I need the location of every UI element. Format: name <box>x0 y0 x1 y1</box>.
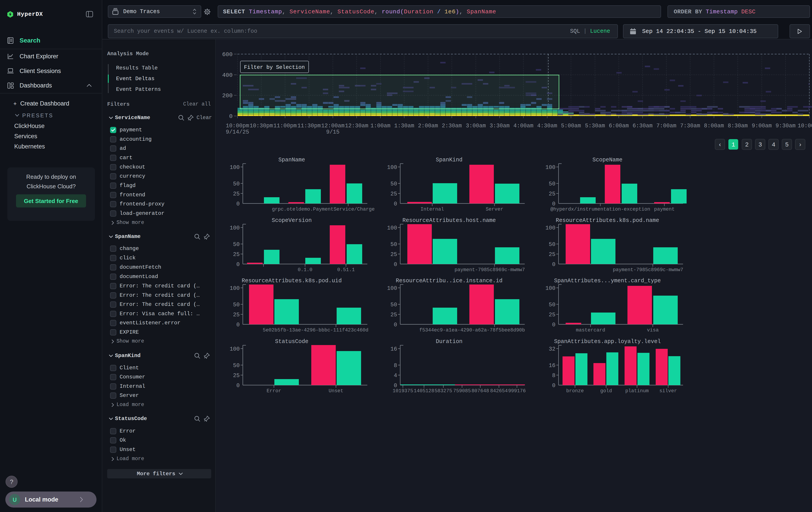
svg-text:12:30am: 12:30am <box>345 123 368 129</box>
svg-text:silver: silver <box>659 388 677 394</box>
svg-text:Duration: Duration <box>436 339 462 345</box>
svg-text:5: 5 <box>785 141 789 148</box>
svg-text:50: 50 <box>390 241 397 248</box>
svg-text:ScopeName: ScopeName <box>592 157 622 163</box>
svg-text:25: 25 <box>233 251 240 258</box>
svg-text:11:30pm: 11:30pm <box>297 123 321 129</box>
svg-text:2: 2 <box>745 141 749 148</box>
svg-text:StatusCode: StatusCode <box>275 339 309 345</box>
svg-text:1405128: 1405128 <box>414 388 434 394</box>
svg-text:4:00am: 4:00am <box>513 123 533 129</box>
svg-text:25: 25 <box>549 251 555 258</box>
svg-text:100: 100 <box>230 285 240 292</box>
svg-text:50: 50 <box>549 241 555 248</box>
svg-text:25: 25 <box>390 191 397 197</box>
svg-text:5e02b5fb-13ae-4296-bbbc-111f42: 5e02b5fb-13ae-4296-bbbc-111f423c460d <box>263 327 369 333</box>
svg-text:Internal: Internal <box>420 207 444 212</box>
svg-text:SpanName: SpanName <box>279 157 305 163</box>
svg-text:16: 16 <box>549 362 555 369</box>
svg-text:25: 25 <box>233 372 240 379</box>
svg-text:0: 0 <box>394 261 397 268</box>
svg-text:0: 0 <box>552 201 555 207</box>
svg-text:ResourceAttribu..ice.instance.: ResourceAttribu..ice.instance.id <box>396 277 502 284</box>
svg-text:3:00am: 3:00am <box>466 123 486 129</box>
svg-text:3:30am: 3:30am <box>490 123 510 129</box>
svg-text:759085: 759085 <box>453 388 471 394</box>
svg-text:0: 0 <box>552 382 555 389</box>
svg-text:10:00am: 10:00am <box>798 123 812 129</box>
svg-text:Server: Server <box>486 207 503 212</box>
svg-text:5:00am: 5:00am <box>561 123 581 129</box>
svg-text:‹: ‹ <box>718 141 722 148</box>
svg-text:Error: Error <box>267 388 281 394</box>
svg-text:50: 50 <box>233 241 240 248</box>
svg-text:100: 100 <box>230 225 240 231</box>
svg-text:payment-7985c8969c-mwmw7: payment-7985c8969c-mwmw7 <box>455 267 525 273</box>
svg-text:›: › <box>799 141 802 148</box>
svg-text:1:30am: 1:30am <box>394 123 414 129</box>
svg-text:Filter by Selection: Filter by Selection <box>244 64 305 70</box>
svg-text:25: 25 <box>390 312 397 318</box>
svg-text:7:00am: 7:00am <box>656 123 676 129</box>
svg-text:gold: gold <box>600 388 612 394</box>
svg-text:ResourceAttributes.k8s.pod.nam: ResourceAttributes.k8s.pod.name <box>556 217 659 224</box>
svg-text:0: 0 <box>394 201 397 207</box>
svg-text:0: 0 <box>236 322 240 328</box>
svg-text:payment: payment <box>654 207 675 212</box>
svg-text:9:30am: 9:30am <box>776 123 795 129</box>
svg-text:0: 0 <box>552 322 555 328</box>
svg-text:4: 4 <box>394 372 397 379</box>
svg-text:999176: 999176 <box>508 388 526 394</box>
svg-text:SpanAttributes.app.loyalty.lev: SpanAttributes.app.loyalty.level <box>554 339 661 345</box>
svg-text:50: 50 <box>390 302 397 308</box>
svg-text:0: 0 <box>394 382 397 389</box>
svg-text:25: 25 <box>549 312 555 318</box>
svg-text:grpc.oteldemo.PaymentService/C: grpc.oteldemo.PaymentService/Charge <box>272 207 375 212</box>
svg-text:8: 8 <box>394 362 397 369</box>
svg-text:100: 100 <box>387 164 397 171</box>
svg-text:100: 100 <box>230 346 240 352</box>
svg-text:11:00pm: 11:00pm <box>273 123 297 129</box>
svg-text:100: 100 <box>545 225 555 231</box>
svg-text:1:00am: 1:00am <box>371 123 390 129</box>
svg-text:@hyperdx/instrumentation-excep: @hyperdx/instrumentation-exception <box>551 207 650 212</box>
svg-text:100: 100 <box>545 285 555 292</box>
svg-text:2:00am: 2:00am <box>418 123 438 129</box>
svg-text:25: 25 <box>390 251 397 258</box>
svg-text:100: 100 <box>545 164 555 171</box>
svg-text:25: 25 <box>233 312 240 318</box>
svg-text:0: 0 <box>394 322 397 328</box>
svg-text:12:00am: 12:00am <box>321 123 344 129</box>
svg-text:200: 200 <box>222 92 233 99</box>
svg-text:4: 4 <box>772 141 775 148</box>
svg-text:25: 25 <box>549 191 555 197</box>
svg-text:9:00am: 9:00am <box>752 123 772 129</box>
svg-text:ResourceAttributes.host.name: ResourceAttributes.host.name <box>402 217 496 224</box>
svg-text:100: 100 <box>230 164 240 171</box>
svg-text:payment-7985c8969c-mwmw7: payment-7985c8969c-mwmw7 <box>613 267 683 273</box>
svg-text:9/15: 9/15 <box>326 129 340 135</box>
svg-text:0.1.0: 0.1.0 <box>298 267 312 273</box>
svg-text:842654: 842654 <box>490 388 508 394</box>
svg-text:8:30am: 8:30am <box>728 123 748 129</box>
svg-text:mastercard: mastercard <box>576 327 605 333</box>
svg-text:100: 100 <box>387 285 397 292</box>
svg-text:5:30am: 5:30am <box>585 123 605 129</box>
svg-text:10:30pm: 10:30pm <box>250 123 273 129</box>
svg-text:visa: visa <box>647 327 659 333</box>
svg-text:bronze: bronze <box>566 388 584 394</box>
svg-text:3: 3 <box>758 141 762 148</box>
svg-text:50: 50 <box>233 302 240 308</box>
svg-text:100: 100 <box>387 225 397 231</box>
svg-text:0.51.1: 0.51.1 <box>337 267 355 273</box>
svg-text:50: 50 <box>233 181 240 187</box>
svg-text:600: 600 <box>222 51 233 58</box>
svg-text:8:00am: 8:00am <box>704 123 724 129</box>
svg-text:25: 25 <box>233 191 240 197</box>
svg-text:8: 8 <box>552 372 555 379</box>
svg-text:0: 0 <box>236 201 240 207</box>
svg-text:ResourceAttributes.k8s.pod.uid: ResourceAttributes.k8s.pod.uid <box>242 277 342 284</box>
svg-text:400: 400 <box>222 72 233 79</box>
svg-text:50: 50 <box>390 181 397 187</box>
svg-text:6:30am: 6:30am <box>633 123 652 129</box>
